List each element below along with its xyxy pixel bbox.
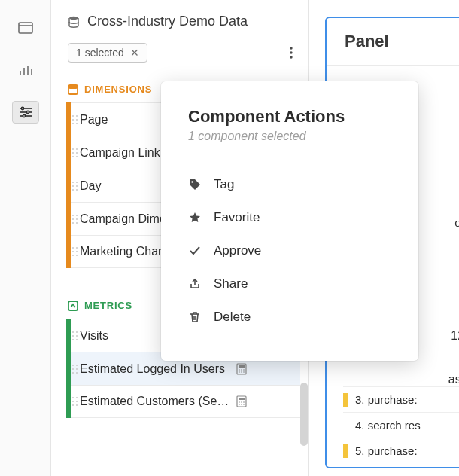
drag-handle-icon[interactable]: [72, 397, 78, 406]
svg-point-9: [21, 107, 23, 109]
filter-chip[interactable]: 1 selected ✕: [68, 43, 147, 63]
list-item[interactable]: Estimated Customers (Session): [66, 385, 300, 418]
svg-rect-0: [19, 23, 32, 33]
drag-handle-icon[interactable]: [72, 215, 78, 224]
drag-handle-icon[interactable]: [72, 247, 78, 256]
partial-text: ase:: [343, 373, 459, 386]
svg-point-22: [241, 369, 242, 371]
trash-icon: [188, 311, 202, 323]
action-favorite[interactable]: Favorite: [188, 201, 391, 234]
action-share[interactable]: Share: [188, 267, 391, 301]
dimensions-label: DIMENSIONS: [84, 84, 152, 95]
datasource-header: Cross-Industry Demo Data: [68, 14, 300, 29]
drag-handle-icon[interactable]: [72, 148, 78, 157]
svg-point-35: [191, 181, 193, 182]
list-item-label: Estimated Customers (Session): [80, 395, 230, 408]
color-bar: [66, 385, 71, 418]
rail-bar-chart-icon[interactable]: [12, 59, 39, 81]
svg-point-33: [241, 404, 242, 405]
svg-point-11: [23, 114, 25, 117]
more-actions-button[interactable]: [284, 44, 299, 62]
divider: [188, 157, 391, 157]
svg-point-34: [243, 404, 245, 405]
popover-title: Component Actions: [188, 107, 391, 127]
database-icon: [68, 16, 80, 28]
svg-rect-28: [239, 398, 245, 400]
metrics-icon: [68, 301, 78, 311]
svg-rect-18: [68, 301, 78, 310]
svg-point-13: [290, 47, 292, 49]
svg-point-14: [290, 51, 292, 53]
drag-handle-icon[interactable]: [72, 365, 78, 374]
color-bar: [66, 202, 71, 236]
action-label: Approve: [214, 243, 261, 258]
check-icon: [188, 245, 202, 257]
action-label: Share: [214, 276, 248, 291]
drag-handle-icon[interactable]: [72, 331, 78, 340]
row-label: 3. purchase:: [355, 393, 418, 406]
color-bar: [66, 352, 71, 386]
color-bar: [66, 102, 71, 136]
action-approve[interactable]: Approve: [188, 234, 391, 267]
table-row[interactable]: 5. purchase:: [343, 438, 459, 463]
filter-chip-label: 1 selected: [76, 47, 124, 59]
datasource-title: Cross-Industry Demo Data: [87, 14, 248, 29]
action-delete[interactable]: Delete: [188, 301, 391, 334]
action-label: Tag: [214, 177, 234, 192]
row-label: 4. search res: [355, 419, 421, 432]
svg-point-31: [243, 401, 245, 403]
table-row[interactable]: 4. search res: [343, 412, 459, 438]
svg-point-26: [243, 371, 245, 373]
tag-icon: [188, 178, 202, 191]
left-rail: [0, 0, 51, 476]
svg-rect-17: [68, 85, 78, 89]
svg-point-29: [239, 401, 240, 403]
filter-row: 1 selected ✕: [68, 43, 300, 63]
color-bar: [66, 235, 71, 268]
dimensions-icon: [68, 84, 78, 95]
color-chip: [343, 444, 348, 458]
panel-title: Panel: [327, 18, 459, 66]
svg-point-24: [239, 371, 240, 373]
color-bar: [66, 169, 71, 203]
drag-handle-icon[interactable]: [72, 115, 78, 124]
svg-point-25: [241, 371, 242, 373]
svg-point-15: [290, 56, 292, 58]
component-actions-popover: Component Actions 1 component selected T…: [161, 81, 418, 361]
scrollbar[interactable]: [300, 383, 308, 446]
svg-rect-20: [239, 365, 245, 368]
color-bar: [66, 319, 71, 352]
rail-window-icon[interactable]: [12, 17, 39, 39]
action-tag[interactable]: Tag: [188, 168, 391, 201]
table-row[interactable]: 3. purchase:: [343, 386, 459, 412]
svg-point-12: [69, 16, 78, 19]
share-icon: [188, 278, 202, 290]
action-label: Delete: [214, 310, 251, 325]
close-icon[interactable]: ✕: [130, 47, 139, 59]
calculator-icon: [236, 395, 247, 407]
svg-point-32: [239, 404, 240, 405]
star-icon: [188, 212, 202, 224]
drag-handle-icon[interactable]: [72, 182, 78, 191]
svg-point-23: [243, 369, 245, 371]
action-label: Favorite: [214, 210, 260, 225]
svg-point-10: [26, 111, 29, 113]
popover-subtitle: 1 component selected: [188, 130, 391, 143]
svg-point-21: [239, 369, 240, 371]
list-item-label: Estimated Logged In Users: [80, 362, 230, 376]
calculator-icon: [236, 363, 247, 375]
row-label: 5. purchase:: [355, 444, 418, 457]
metrics-label: METRICS: [84, 300, 132, 311]
svg-point-30: [241, 401, 242, 403]
rail-components-icon[interactable]: [12, 101, 39, 124]
color-bar: [66, 136, 71, 169]
color-chip: [343, 393, 348, 407]
